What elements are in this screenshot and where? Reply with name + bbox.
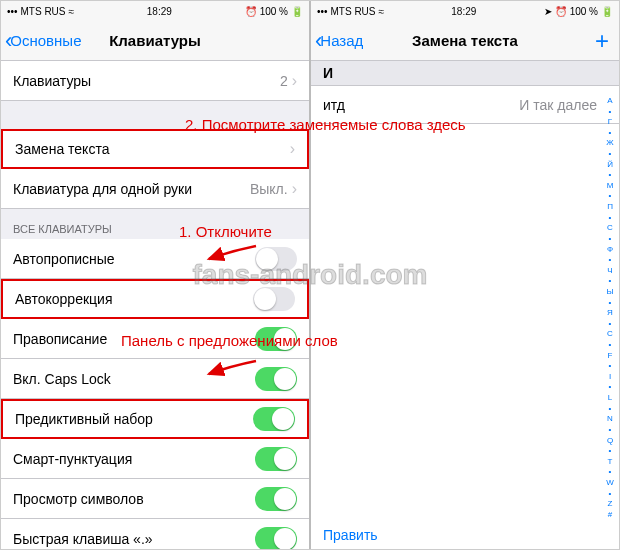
clock: 18:29 xyxy=(147,6,172,17)
toggle-capslock[interactable] xyxy=(255,367,297,391)
status-bar: ••• MTS RUS ≈ 18:29 ⏰ 100 % 🔋 xyxy=(1,1,309,21)
alarm-icon: ⏰ xyxy=(245,6,257,17)
signal-icon: ••• xyxy=(7,6,18,17)
toggle-smartpunct[interactable] xyxy=(255,447,297,471)
row-one-hand[interactable]: Клавиатура для одной руки Выкл. › xyxy=(1,169,309,209)
carrier-label: MTS RUS xyxy=(21,6,66,17)
back-label: Назад xyxy=(320,32,363,49)
row-label: Быстрая клавиша «.» xyxy=(13,531,255,547)
row-spell[interactable]: Правописание xyxy=(1,319,309,359)
row-autocap[interactable]: Автопрописные xyxy=(1,239,309,279)
row-autocorrect[interactable]: Автокоррекция xyxy=(1,279,309,319)
nav-header: ‹ Основные Клавиатуры xyxy=(1,21,309,61)
row-capslock[interactable]: Вкл. Caps Lock xyxy=(1,359,309,399)
toggle-predictive[interactable] xyxy=(253,407,295,431)
toggle-autocap[interactable] xyxy=(255,247,297,271)
left-phone: ••• MTS RUS ≈ 18:29 ⏰ 100 % 🔋 ‹ Основные… xyxy=(1,1,311,549)
row-label: Вкл. Caps Lock xyxy=(13,371,255,387)
wifi-icon: ≈ xyxy=(69,6,75,17)
row-charpreview[interactable]: Просмотр символов xyxy=(1,479,309,519)
location-icon: ➤ xyxy=(544,6,552,17)
group-header: ВСЕ КЛАВИАТУРЫ xyxy=(1,209,309,239)
row-text-replace[interactable]: Замена текста › xyxy=(1,129,309,169)
row-label: Автокоррекция xyxy=(15,291,253,307)
row-shortcut[interactable]: Быстрая клавиша «.» xyxy=(1,519,309,549)
battery-pct: 100 % xyxy=(260,6,288,17)
back-button[interactable]: ‹ Назад xyxy=(311,30,363,52)
status-bar: ••• MTS RUS ≈ 18:29 ➤ ⏰ 100 % 🔋 xyxy=(311,1,619,21)
row-keyboards[interactable]: Клавиатуры 2 › xyxy=(1,61,309,101)
row-label: Смарт-пунктуация xyxy=(13,451,255,467)
battery-pct: 100 % xyxy=(570,6,598,17)
row-smartpunct[interactable]: Смарт-пунктуация xyxy=(1,439,309,479)
right-phone: ••• MTS RUS ≈ 18:29 ➤ ⏰ 100 % 🔋 ‹ Назад … xyxy=(311,1,619,549)
replacement-row[interactable]: итд И так далее xyxy=(311,86,619,124)
alpha-index[interactable]: А•Г•Ж•Й•М•П•С•Ф•Ч•Ы•Я•C•F•I•L•N•Q•T•W•Z# xyxy=(603,97,617,519)
chevron-right-icon: › xyxy=(292,72,297,90)
row-label: Клавиатуры xyxy=(13,73,280,89)
row-predictive[interactable]: Предиктивный набор xyxy=(1,399,309,439)
row-detail: 2 xyxy=(280,73,288,89)
alarm-icon: ⏰ xyxy=(555,6,567,17)
section-header: И xyxy=(311,61,619,86)
clock: 18:29 xyxy=(451,6,476,17)
toggle-spell[interactable] xyxy=(255,327,297,351)
row-label: Правописание xyxy=(13,331,255,347)
row-label: Автопрописные xyxy=(13,251,255,267)
battery-icon: 🔋 xyxy=(291,6,303,17)
chevron-right-icon: › xyxy=(290,140,295,158)
row-label: Замена текста xyxy=(15,141,290,157)
shortcut-text: итд xyxy=(323,97,519,113)
toggle-autocorrect[interactable] xyxy=(253,287,295,311)
carrier-label: MTS RUS xyxy=(331,6,376,17)
wifi-icon: ≈ xyxy=(379,6,385,17)
back-label: Основные xyxy=(10,32,81,49)
row-label: Просмотр символов xyxy=(13,491,255,507)
replacement-list: И итд И так далее xyxy=(311,61,619,549)
battery-icon: 🔋 xyxy=(601,6,613,17)
back-button[interactable]: ‹ Основные xyxy=(1,30,82,52)
toggle-charpreview[interactable] xyxy=(255,487,297,511)
add-button[interactable]: + xyxy=(595,29,609,53)
row-label: Клавиатура для одной руки xyxy=(13,181,250,197)
edit-button[interactable]: Править xyxy=(323,527,378,543)
nav-header: ‹ Назад Замена текста + xyxy=(311,21,619,61)
expansion-text: И так далее xyxy=(519,97,597,113)
settings-list: Клавиатуры 2 › Замена текста › Клавиатур… xyxy=(1,61,309,549)
signal-icon: ••• xyxy=(317,6,328,17)
row-label: Предиктивный набор xyxy=(15,411,253,427)
chevron-right-icon: › xyxy=(292,180,297,198)
toggle-shortcut[interactable] xyxy=(255,527,297,550)
row-detail: Выкл. xyxy=(250,181,288,197)
